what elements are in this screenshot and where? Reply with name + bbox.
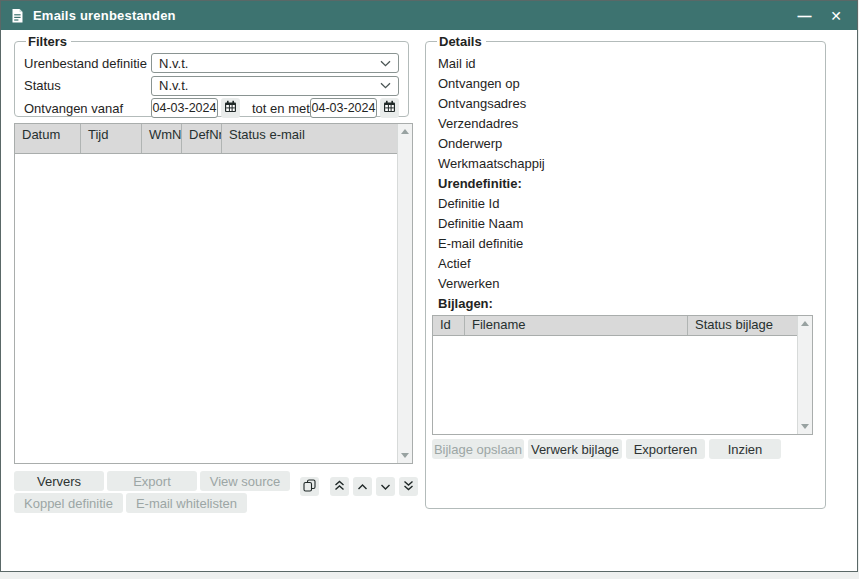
emails-urenbestanden-window: Emails urenbestanden — ✕ Filters Urenbes… — [0, 0, 858, 572]
verwerk-bijlage-button[interactable]: Verwerk bijlage — [528, 439, 622, 459]
column-header-status-email[interactable]: Status e-mail — [222, 124, 397, 153]
date-from-input[interactable] — [151, 98, 218, 118]
attachments-table-main: Id Filename Status bijlage — [433, 316, 797, 434]
detail-label-email-definitie: E-mail definitie — [435, 234, 816, 254]
navigation-iconbar — [300, 477, 418, 496]
urenbestand-definitie-label: Urenbestand definitie — [24, 56, 151, 71]
calendar-icon — [383, 100, 396, 116]
detail-label-mail-id: Mail id — [435, 54, 816, 74]
detail-label-verzendadres: Verzendadres — [435, 114, 816, 134]
details-groupbox: Details Mail id Ontvangen op Ontvangsadr… — [425, 34, 826, 509]
filter-row-status: Status N.v.t. — [24, 76, 399, 96]
export-button[interactable]: Export — [107, 471, 197, 491]
email-whitelisten-button[interactable]: E-mail whitelisten — [126, 493, 247, 513]
ontvangen-vanaf-label: Ontvangen vanaf — [24, 101, 151, 116]
column-header-id[interactable]: Id — [433, 316, 465, 335]
column-header-tijd[interactable]: Tijd — [81, 124, 142, 153]
ververs-button[interactable]: Ververs — [14, 471, 104, 491]
urenbestand-definitie-value: N.v.t. — [159, 56, 188, 71]
chevron-up-icon — [357, 479, 368, 494]
chevron-down-icon — [380, 479, 391, 494]
date-from-calendar-button[interactable] — [221, 98, 240, 118]
detail-label-actief: Actief — [435, 254, 816, 274]
scroll-down-icon[interactable] — [801, 424, 809, 429]
filters-groupbox: Filters Urenbestand definitie N.v.t. Sta… — [14, 34, 409, 117]
window-title: Emails urenbestanden — [33, 8, 176, 23]
double-chevron-down-icon — [403, 479, 414, 494]
inzien-button[interactable]: Inzien — [709, 439, 781, 459]
scroll-down-icon[interactable] — [401, 453, 409, 458]
copy-button[interactable] — [300, 477, 319, 496]
window-controls: — ✕ — [795, 9, 845, 23]
filter-row-definitie: Urenbestand definitie N.v.t. — [24, 53, 399, 73]
detail-label-definitie-naam: Definitie Naam — [435, 214, 816, 234]
emails-table-header: Datum Tijd WmNr DefNr Status e-mail — [15, 124, 397, 154]
attachments-table-header: Id Filename Status bijlage — [433, 316, 797, 336]
chevron-down-icon — [380, 60, 391, 67]
scroll-bottom-button[interactable] — [399, 477, 418, 496]
attachments-table: Id Filename Status bijlage — [432, 315, 813, 435]
minimize-button[interactable]: — — [795, 9, 813, 23]
attachment-actions: Bijlage opslaan Verwerk bijlage Exporter… — [432, 439, 816, 459]
date-to-input[interactable] — [310, 98, 377, 118]
column-header-wmnr[interactable]: WmNr — [142, 124, 182, 153]
calendar-icon — [224, 100, 237, 116]
column-header-datum[interactable]: Datum — [15, 124, 81, 153]
left-actions: Ververs Export View source Koppel defini… — [14, 471, 418, 515]
date-to-calendar-button[interactable] — [380, 98, 399, 118]
emails-table-main: Datum Tijd WmNr DefNr Status e-mail — [15, 124, 397, 463]
column-header-status-bijlage[interactable]: Status bijlage — [688, 316, 797, 335]
bijlage-opslaan-button[interactable]: Bijlage opslaan — [432, 439, 524, 459]
tot-en-met-label: tot en met — [252, 101, 310, 116]
koppel-definitie-button[interactable]: Koppel definitie — [14, 493, 123, 513]
scroll-top-button[interactable] — [330, 477, 349, 496]
emails-table-scrollbar[interactable] — [397, 124, 412, 463]
filter-row-dates: Ontvangen vanaf tot en met — [24, 98, 399, 118]
column-header-filename[interactable]: Filename — [465, 316, 688, 335]
emails-table-body — [15, 154, 397, 463]
double-chevron-up-icon — [334, 479, 345, 494]
status-value: N.v.t. — [159, 78, 188, 93]
scroll-up-icon[interactable] — [801, 321, 809, 326]
chevron-down-icon — [380, 82, 391, 89]
detail-label-onderwerp: Onderwerp — [435, 134, 816, 154]
filters-legend: Filters — [26, 34, 71, 49]
copy-icon — [303, 479, 316, 495]
titlebar: Emails urenbestanden — ✕ — [1, 1, 857, 30]
status-select[interactable]: N.v.t. — [151, 76, 399, 96]
document-icon — [11, 8, 25, 24]
details-legend: Details — [437, 34, 486, 49]
move-down-button[interactable] — [376, 477, 395, 496]
scroll-up-icon[interactable] — [401, 129, 409, 134]
date-to-group — [310, 98, 399, 118]
close-button[interactable]: ✕ — [827, 9, 845, 23]
emails-table: Datum Tijd WmNr DefNr Status e-mail — [14, 123, 413, 464]
detail-label-ontvangsadres: Ontvangsadres — [435, 94, 816, 114]
column-header-defnr[interactable]: DefNr — [182, 124, 222, 153]
details-fields: Mail id Ontvangen op Ontvangsadres Verze… — [435, 54, 816, 314]
detail-label-urendefinitie: Urendefinitie: — [435, 174, 816, 194]
attachments-table-body — [433, 336, 797, 434]
attachments-table-scrollbar[interactable] — [797, 316, 812, 434]
move-up-button[interactable] — [353, 477, 372, 496]
detail-label-definitie-id: Definitie Id — [435, 194, 816, 214]
status-label: Status — [24, 78, 151, 93]
view-source-button[interactable]: View source — [200, 471, 290, 491]
detail-label-bijlagen: Bijlagen: — [435, 294, 816, 314]
urenbestand-definitie-select[interactable]: N.v.t. — [151, 53, 399, 73]
exporteren-button[interactable]: Exporteren — [626, 439, 705, 459]
left-actions-row2: Koppel definitie E-mail whitelisten — [14, 493, 418, 513]
detail-label-ontvangen-op: Ontvangen op — [435, 74, 816, 94]
detail-label-werkmaatschappij: Werkmaatschappij — [435, 154, 816, 174]
detail-label-verwerken: Verwerken — [435, 274, 816, 294]
